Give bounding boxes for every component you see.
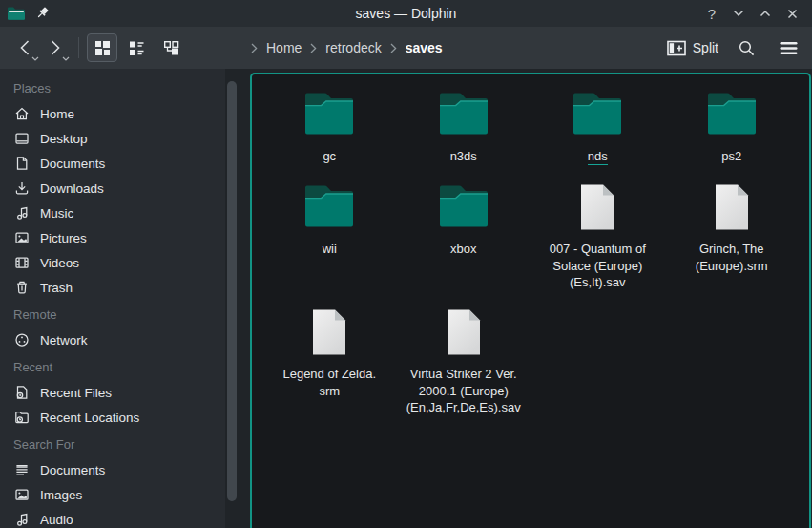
folder-item-nds[interactable]: nds [531, 91, 665, 183]
item-label: xbox [450, 241, 476, 258]
split-view-icon [667, 40, 686, 56]
file-grid-row: wii xbox 007 - Quantum ofSolace (Europe)… [262, 183, 809, 308]
file-grid-row: gc n3ds nds ps2 [262, 91, 809, 183]
forward-dropdown-caret [62, 56, 70, 61]
breadcrumb-item-home[interactable]: Home [251, 40, 302, 55]
item-label: Virtua Striker 2 Ver.2000.1 (Europe)(En,… [406, 366, 521, 416]
forward-button[interactable] [40, 32, 71, 63]
file-icon [705, 183, 759, 231]
section-header-remote: Remote [0, 300, 225, 327]
folder-icon [302, 91, 356, 138]
close-button[interactable] [781, 3, 802, 24]
minimize-button[interactable] [728, 3, 749, 24]
file-item-legend-of-zelda-srm[interactable]: Legend of Zelda.srm [262, 308, 397, 433]
section-header-search-for: Search For [0, 430, 225, 457]
breadcrumb-label: Home [266, 40, 302, 55]
sidebar-item-trash[interactable]: Trash [0, 275, 225, 300]
document-icon [13, 155, 31, 172]
icons-view-button[interactable] [87, 33, 117, 62]
help-button[interactable]: ? [701, 3, 722, 24]
file-icon [302, 308, 356, 356]
breadcrumb-label: saves [406, 40, 443, 55]
split-button[interactable]: Split [667, 40, 718, 56]
sidebar-item-home[interactable]: Home [0, 101, 225, 126]
image-icon [13, 229, 31, 246]
folder-icon [437, 91, 490, 138]
item-label: wii [323, 241, 337, 258]
sidebar-item-label: Trash [40, 281, 73, 295]
sidebar-item-pictures[interactable]: Pictures [0, 225, 225, 250]
item-label: nds [588, 148, 608, 165]
toolbar: Homeretrodecksaves Split [0, 27, 812, 69]
sidebar-item-videos[interactable]: Videos [0, 250, 225, 275]
breadcrumb-item-saves[interactable]: saves [390, 40, 443, 55]
window-title: saves — Dolphin [0, 0, 812, 27]
file-item-007-quantum-of-solace-europe-e[interactable]: 007 - Quantum ofSolace (Europe)(Es,It).s… [531, 183, 665, 308]
search-button[interactable] [732, 33, 760, 62]
sidebar-item-label: Desktop [40, 132, 88, 146]
details-view-icon [127, 38, 146, 57]
recent-folder-icon [13, 409, 31, 426]
sidebar-item-downloads[interactable]: Downloads [0, 176, 225, 201]
sidebar-item-label: Music [40, 206, 73, 221]
breadcrumb-label: retrodeck [325, 40, 381, 55]
menu-button[interactable] [774, 33, 802, 62]
folder-item-xbox[interactable]: xbox [397, 183, 531, 308]
pin-icon[interactable] [34, 5, 52, 22]
sidebar-item-label: Recent Files [40, 386, 112, 400]
chevron-right-icon [390, 43, 397, 53]
file-grid-row: Legend of Zelda.srm Virtua Striker 2 Ver… [262, 308, 809, 433]
sidebar-item-documents[interactable]: Documents [0, 457, 225, 482]
file-item-virtua-striker-2-ver-2000-1-eu[interactable]: Virtua Striker 2 Ver.2000.1 (Europe)(En,… [397, 308, 531, 433]
breadcrumb: Homeretrodecksaves [251, 40, 443, 55]
music-icon [13, 511, 31, 528]
sidebar-item-documents[interactable]: Documents [0, 151, 225, 176]
sidebar-item-label: Network [40, 333, 88, 348]
toolbar-separator [78, 37, 79, 58]
sidebar-item-recent-files[interactable]: Recent Files [0, 380, 225, 405]
back-button[interactable] [10, 32, 40, 63]
places-panel: PlacesHomeDesktopDocumentsDownloadsMusic… [0, 69, 225, 528]
video-icon [13, 254, 31, 271]
file-icon [571, 183, 624, 231]
sidebar-item-label: Documents [40, 157, 105, 171]
sidebar-scrollbar[interactable] [227, 81, 237, 501]
maximize-button[interactable] [755, 3, 776, 24]
desktop-icon [13, 130, 31, 147]
sidebar-item-label: Images [40, 488, 82, 502]
section-header-recent: Recent [0, 352, 225, 380]
text-lines-icon [13, 461, 31, 478]
tree-view-icon [161, 38, 180, 57]
app-folder-icon [7, 6, 26, 21]
file-view[interactable]: gc n3ds nds ps2 wii xbox 007 - Quantum o… [250, 73, 811, 528]
breadcrumb-item-retrodeck[interactable]: retrodeck [310, 40, 381, 55]
back-dropdown-caret [31, 56, 39, 61]
tree-view-button[interactable] [156, 33, 186, 62]
folder-item-gc[interactable]: gc [262, 91, 397, 183]
item-label: Legend of Zelda.srm [282, 366, 376, 399]
sidebar-item-label: Pictures [40, 231, 87, 245]
sidebar-item-label: Videos [40, 256, 79, 270]
details-view-button[interactable] [121, 33, 152, 62]
sidebar-item-network[interactable]: Network [0, 327, 225, 352]
split-label: Split [693, 40, 718, 55]
sidebar-item-desktop[interactable]: Desktop [0, 126, 225, 151]
recent-file-icon [13, 384, 31, 401]
sidebar-item-recent-locations[interactable]: Recent Locations [0, 405, 225, 430]
folder-item-n3ds[interactable]: n3ds [397, 91, 531, 183]
sidebar-item-music[interactable]: Music [0, 201, 225, 225]
sidebar-item-images[interactable]: Images [0, 482, 225, 507]
sidebar-item-audio[interactable]: Audio [0, 507, 225, 528]
file-grid: gc n3ds nds ps2 wii xbox 007 - Quantum o… [262, 91, 809, 433]
network-icon [13, 331, 31, 348]
image-icon [13, 486, 31, 503]
folder-item-ps2[interactable]: ps2 [665, 91, 800, 183]
folder-item-wii[interactable]: wii [262, 183, 397, 308]
hamburger-icon [780, 41, 798, 55]
file-item-grinch-the-europe-srm[interactable]: Grinch, The(Europe).srm [665, 183, 800, 308]
window-body: PlacesHomeDesktopDocumentsDownloadsMusic… [0, 69, 812, 528]
search-icon [738, 39, 756, 57]
sidebar-item-label: Downloads [40, 181, 104, 196]
folder-icon [705, 91, 759, 138]
chevron-right-icon [310, 43, 317, 53]
